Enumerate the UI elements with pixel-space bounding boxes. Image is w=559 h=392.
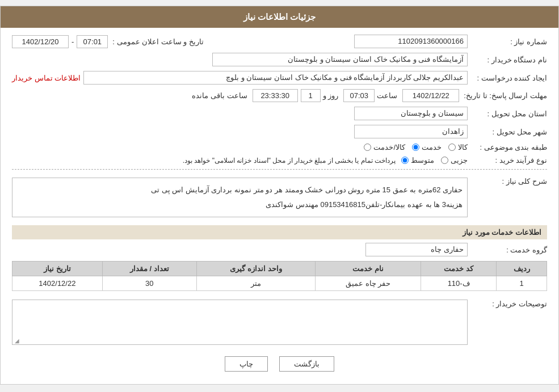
noe-motavaset-item: متوسط [401, 156, 434, 165]
tabaqe-khedmat-label: خدمت [422, 143, 442, 151]
cell-tarikh: 1402/12/22 [12, 276, 103, 291]
ettelaat-tamas-link[interactable]: اطلاعات تماس خریدار [12, 74, 81, 82]
noe-radio-group: جزیی متوسط [401, 156, 468, 165]
noe-note: پرداخت تمام یا بخشی از مبلغ خریدار از مح… [183, 157, 396, 165]
grooh-khedmat-value: حفاری چاه [365, 243, 468, 256]
buttons-row: بازگشت چاپ [12, 356, 547, 372]
col-tarikh: تاریخ نیاز [12, 262, 103, 276]
cell-nam: حفر چاه عمیق [316, 276, 421, 291]
services-table: ردیف کد خدمت نام خدمت واحد اندازه گیری ت… [12, 261, 547, 291]
noe-jozvi-label: جزیی [451, 156, 468, 165]
tarikh-saat-label: تاریخ و ساعت اعلان عمومی : [108, 37, 207, 46]
col-radif: ردیف [497, 262, 547, 276]
tabaqe-kala-khedmat-radio[interactable] [364, 144, 371, 151]
row-grooh-khedmat: گروه خدمت : حفاری چاه [12, 243, 547, 256]
tabaqe-kala-khedmat-label: کالا/خدمت [373, 143, 405, 151]
row-tosif: توصیحات خریدار : ◢ [12, 297, 547, 348]
tarikh-saat-to: 1402/12/20 [12, 35, 69, 48]
cell-radif: 1 [497, 276, 547, 291]
tabaqe-radio-group: کالا خدمت کالا/خدمت [364, 143, 468, 151]
cell-tedad: 30 [102, 276, 196, 291]
shomara-value: 1102091360000166 [354, 35, 468, 48]
nam-dastgah-label: نام دستگاه خریدار : [468, 56, 547, 64]
ijad-konande-value: عبدالکریم جلالی کاربرداز آزمایشگاه فنی و… [83, 71, 468, 85]
tosif-label: توصیحات خریدار : [468, 297, 547, 308]
cell-vahed: متر [196, 276, 315, 291]
tabaqe-khedmat-radio[interactable] [412, 144, 419, 151]
mohlat-saat-label: ساعت [377, 91, 397, 100]
divider1 [12, 169, 547, 170]
khadamat-section-title: اطلاعات خدمات مورد نیاز [12, 225, 547, 239]
table-row: 1 ف-110 حفر چاه عمیق متر 30 1402/12/22 [12, 276, 547, 291]
sharh-line2: هزینه3 ها به عهده بیمانکار-تلفن091534168… [17, 197, 463, 212]
row-mohlat: مهلت ارسال پاسخ: تا تاریخ: 1402/12/22 سا… [12, 89, 547, 102]
mohlat-mande-label: ساعت باقی مانده [192, 91, 247, 100]
dash-sep: - [69, 37, 77, 46]
noe-jozvi-item: جزیی [441, 156, 468, 165]
noe-jozvi-radio[interactable] [441, 157, 448, 164]
shahr-label: شهر محل تحویل : [468, 128, 547, 136]
row-nam-dastgah: نام دستگاه خریدار : آزمایشگاه فنی و مکان… [12, 53, 547, 66]
tabaqe-kala-label: کالا [458, 143, 468, 151]
row-sharh: شرح کلی نیاز : حفاری 62متره به عمق 15 مت… [12, 174, 547, 221]
noe-motavaset-label: متوسط [411, 156, 434, 165]
row-noe-farayand: نوع فرآیند خرید : جزیی متوسط پرداخت تمام… [12, 156, 547, 165]
ostan-value: سیستان و بلوچستان [354, 107, 468, 120]
tabaqe-kala-item: کالا [448, 143, 468, 151]
mohlat-rooz: 1 [301, 89, 321, 102]
tabaqe-kala-radio[interactable] [448, 144, 456, 151]
grooh-khedmat-label: گروه خدمت : [468, 246, 547, 254]
col-vahed: واحد اندازه گیری [196, 262, 315, 276]
tarikh-saat-from: 07:01 [77, 35, 108, 48]
noe-motavaset-radio[interactable] [401, 157, 409, 164]
nam-dastgah-value: آزمایشگاه فنی و مکانیک خاک استان سیستان … [212, 53, 468, 66]
mohlat-rooz-label: روز و [323, 91, 339, 100]
col-nam: نام خدمت [316, 262, 421, 276]
tabaqe-label: طبقه بندی موضوعی : [468, 143, 547, 151]
row-shahr: شهر محل تحویل : زاهدان [12, 125, 547, 138]
shahr-value: زاهدان [354, 125, 468, 138]
table-header-row: ردیف کد خدمت نام خدمت واحد اندازه گیری ت… [12, 262, 547, 276]
shomara-label: شماره نیاز : [468, 37, 547, 46]
row-shomara: شماره نیاز : 1102091360000166 تاریخ و سا… [12, 35, 547, 48]
col-kod: کد خدمت [421, 262, 497, 276]
resize-handle[interactable]: ◢ [14, 338, 19, 343]
noe-farayand-label: نوع فرآیند خرید : [468, 156, 547, 165]
tabaqe-kala-khedmat-item: کالا/خدمت [364, 143, 405, 151]
row-tabaqe: طبقه بندی موضوعی : کالا خدمت کالا/خدمت [12, 143, 547, 151]
tabaqe-khedmat-item: خدمت [412, 143, 442, 151]
page-header: جزئیات اطلاعات نیاز [1, 6, 558, 28]
sharh-box: حفاری 62متره به عمق 15 متره روش دورانی خ… [12, 178, 468, 217]
mohlat-date: 1402/12/22 [402, 89, 459, 102]
ijad-konande-label: ایجاد کننده درخواست : [468, 74, 547, 82]
mohlat-mande: 23:33:30 [253, 89, 298, 102]
page-title: جزئیات اطلاعات نیاز [243, 12, 316, 22]
mohlat-label: مهلت ارسال پاسخ: تا تاریخ: [459, 91, 547, 100]
sharh-line1: حفاری 62متره به عمق 15 متره روش دورانی خ… [17, 183, 463, 197]
chap-button[interactable]: چاپ [225, 356, 268, 372]
ostan-label: استان محل تحویل : [468, 109, 547, 118]
mohlat-saat: 07:03 [343, 89, 375, 102]
row-ijad-konande: ایجاد کننده درخواست : عبدالکریم جلالی کا… [12, 71, 547, 85]
bazgasht-button[interactable]: بازگشت [279, 356, 334, 372]
description-box: ◢ [12, 300, 468, 345]
col-tedad: تعداد / مقدار [102, 262, 196, 276]
cell-kod: ف-110 [421, 276, 497, 291]
sharh-label: شرح کلی نیاز : [468, 174, 547, 186]
row-ostan: استان محل تحویل : سیستان و بلوچستان [12, 107, 547, 120]
